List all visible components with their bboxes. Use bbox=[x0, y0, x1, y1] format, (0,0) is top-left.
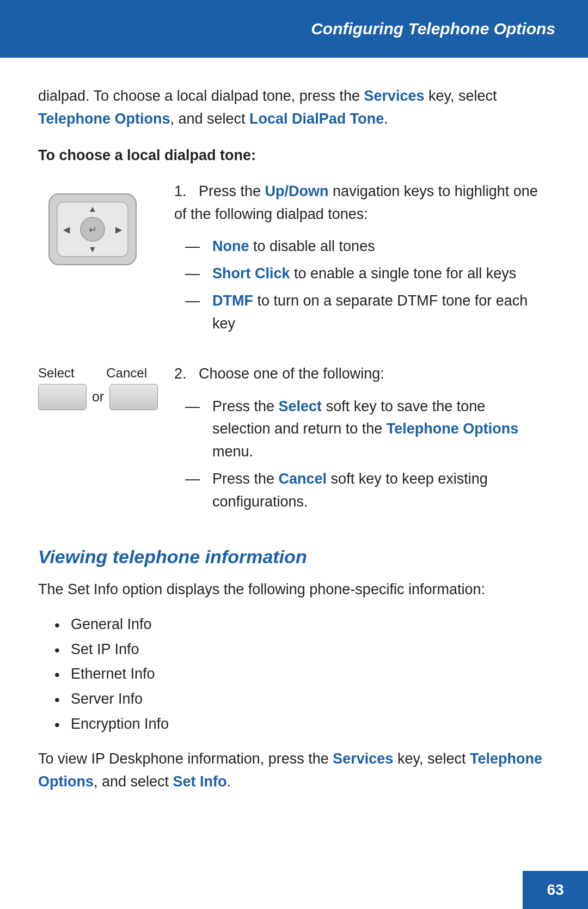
services-link[interactable]: Services bbox=[364, 88, 424, 104]
step2-number: 2. bbox=[174, 365, 187, 382]
softkey-instruction-list: Press the Select soft key to save the to… bbox=[174, 395, 544, 514]
softkey-or-label: or bbox=[92, 389, 104, 405]
list-item: Press the Cancel soft key to keep existi… bbox=[185, 468, 544, 514]
none-link: None bbox=[212, 238, 249, 254]
page-content: dialpad. To choose a local dialpad tone,… bbox=[0, 58, 588, 832]
list-item: General Info bbox=[54, 612, 544, 637]
svg-text:▶: ▶ bbox=[115, 225, 122, 234]
cancel-label: Cancel bbox=[106, 365, 147, 381]
select-instruction-link: Select bbox=[279, 398, 322, 414]
navigation-key-icon: ↵ ▲ ▼ ◀ ▶ bbox=[38, 186, 147, 273]
step2-choose-text: Choose one of the following: bbox=[199, 365, 384, 382]
footer-text-middle: key, select bbox=[393, 751, 470, 767]
list-item: None to disable all tones bbox=[185, 235, 544, 258]
intro-text-middle: key, select bbox=[425, 88, 497, 104]
svg-text:↵: ↵ bbox=[89, 224, 97, 235]
softkey-buttons-row: or bbox=[38, 384, 158, 410]
telephone-options-menu-link: Telephone Options bbox=[387, 420, 519, 437]
list-item: Press the Select soft key to save the to… bbox=[185, 395, 544, 464]
cancel-instruction-link: Cancel bbox=[279, 471, 327, 487]
step1-block: ↵ ▲ ▼ ◀ ▶ 1. Press the Up/Down navigatio… bbox=[38, 180, 544, 341]
step2-block: Select Cancel or 2. Choose one of the fo… bbox=[38, 363, 544, 519]
svg-text:◀: ◀ bbox=[63, 225, 70, 234]
softkey-image-area: Select Cancel or bbox=[38, 365, 158, 410]
step2-instructions: 2. Choose one of the following: Press th… bbox=[174, 363, 544, 519]
telephone-options-link[interactable]: Telephone Options bbox=[38, 111, 170, 127]
footer-text-before: To view IP Deskphone information, press … bbox=[38, 751, 333, 767]
dtmf-link: DTMF bbox=[212, 292, 253, 309]
page-header: Configuring Telephone Options bbox=[0, 0, 588, 58]
footer-services-link[interactable]: Services bbox=[333, 751, 393, 767]
intro-text-end: . bbox=[384, 111, 388, 127]
page-footer: 63 bbox=[523, 871, 588, 909]
header-title: Configuring Telephone Options bbox=[311, 20, 555, 38]
footer-text-after: , and select bbox=[94, 773, 173, 790]
phone-info-list: General Info Set IP Info Ethernet Info S… bbox=[38, 612, 544, 737]
nav-key-image: ↵ ▲ ▼ ◀ ▶ bbox=[38, 186, 158, 278]
page-number: 63 bbox=[547, 881, 564, 899]
viewing-intro: The Set Info option displays the followi… bbox=[38, 578, 544, 601]
list-item: Encryption Info bbox=[54, 712, 544, 737]
updown-link[interactable]: Up/Down bbox=[265, 183, 329, 199]
footer-setinfo-link[interactable]: Set Info bbox=[173, 773, 227, 790]
footer-text-end: . bbox=[227, 773, 231, 790]
cancel-softkey-button[interactable] bbox=[109, 384, 158, 410]
step1-content: 1. Press the Up/Down navigation keys to … bbox=[174, 180, 544, 341]
list-item: DTMF to turn on a separate DTMF tone for… bbox=[185, 290, 544, 335]
softkey-labels: Select Cancel bbox=[38, 365, 147, 381]
list-item: Set IP Info bbox=[54, 637, 544, 662]
svg-text:▲: ▲ bbox=[88, 204, 97, 213]
list-item: Short Click to enable a single tone for … bbox=[185, 263, 544, 285]
intro-text-before: dialpad. To choose a local dialpad tone,… bbox=[38, 88, 364, 104]
procedure-heading: To choose a local dialpad tone: bbox=[38, 147, 544, 164]
local-dialpad-link[interactable]: Local DialPad Tone bbox=[249, 111, 384, 127]
short-click-link: Short Click bbox=[212, 265, 290, 282]
select-softkey-button[interactable] bbox=[38, 384, 87, 410]
step1-text-before: Press the bbox=[199, 183, 265, 199]
list-item: Server Info bbox=[54, 687, 544, 712]
list-item: Ethernet Info bbox=[54, 662, 544, 687]
select-label: Select bbox=[38, 365, 75, 381]
viewing-footer-text: To view IP Deskphone information, press … bbox=[38, 748, 544, 794]
svg-text:▼: ▼ bbox=[88, 245, 97, 254]
intro-text-after: , and select bbox=[170, 111, 250, 127]
tone-options-list: None to disable all tones Short Click to… bbox=[174, 235, 544, 335]
step1-text: 1. Press the Up/Down navigation keys to … bbox=[174, 180, 544, 226]
step1-number: 1. bbox=[174, 183, 187, 199]
viewing-section-title: Viewing telephone information bbox=[38, 546, 544, 568]
step2-text: 2. Choose one of the following: bbox=[174, 363, 544, 386]
intro-paragraph: dialpad. To choose a local dialpad tone,… bbox=[38, 85, 544, 131]
